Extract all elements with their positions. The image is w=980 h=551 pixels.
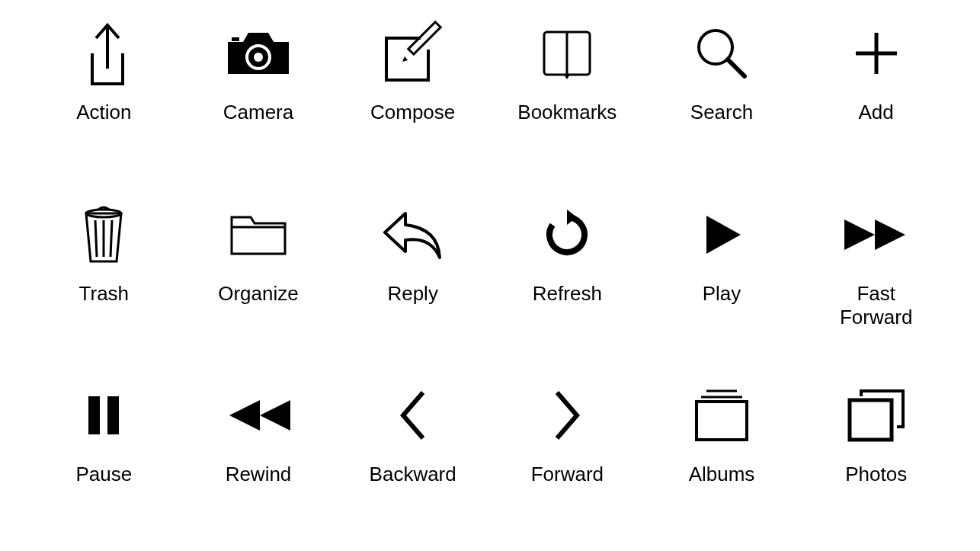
- search-label: Search: [690, 101, 753, 124]
- svg-rect-22: [88, 396, 100, 434]
- cell-organize: Organize: [185, 197, 332, 355]
- organize-icon: [185, 197, 332, 273]
- cell-forward: Forward: [494, 377, 641, 536]
- svg-marker-25: [260, 400, 290, 431]
- cell-play: Play: [649, 197, 796, 355]
- cell-fast-forward: Fast Forward: [802, 197, 950, 355]
- cell-trash: Trash: [30, 197, 178, 355]
- svg-marker-24: [229, 400, 260, 431]
- bookmarks-label: Bookmarks: [517, 101, 617, 124]
- pause-icon: [30, 377, 178, 453]
- rewind-icon: [185, 377, 332, 453]
- cell-add: Add: [802, 15, 950, 174]
- cell-photos: Photos: [802, 377, 950, 536]
- svg-marker-20: [844, 219, 875, 250]
- reply-label: Reply: [387, 282, 437, 306]
- svg-marker-5: [402, 56, 408, 62]
- add-label: Add: [859, 101, 894, 124]
- refresh-label: Refresh: [533, 282, 602, 306]
- photos-icon: [802, 377, 950, 453]
- svg-rect-28: [697, 402, 747, 440]
- rewind-label: Rewind: [226, 463, 292, 486]
- cell-albums: Albums: [649, 377, 796, 536]
- add-icon: [802, 15, 950, 91]
- svg-line-16: [110, 220, 112, 257]
- cell-reply: Reply: [339, 197, 486, 355]
- cell-action: Action: [30, 15, 178, 174]
- svg-line-14: [95, 220, 97, 257]
- cell-search: Search: [649, 15, 796, 174]
- fast-forward-label: Fast Forward: [840, 282, 912, 329]
- trash-icon: [30, 197, 178, 273]
- action-icon: [30, 15, 178, 91]
- svg-point-2: [254, 53, 263, 62]
- bookmarks-icon: [494, 15, 641, 91]
- trash-label: Trash: [79, 282, 130, 306]
- play-icon: [649, 197, 796, 273]
- albums-label: Albums: [689, 463, 755, 486]
- icon-grid: Action Camera Compose: [30, 15, 950, 536]
- backward-icon: [339, 377, 486, 453]
- camera-label: Camera: [223, 101, 293, 124]
- compose-icon: [339, 15, 486, 91]
- forward-icon: [494, 377, 641, 453]
- svg-rect-3: [232, 37, 239, 41]
- reply-icon: [339, 197, 486, 273]
- compose-label: Compose: [370, 101, 455, 124]
- svg-marker-21: [875, 219, 905, 250]
- organize-label: Organize: [218, 282, 299, 306]
- cell-pause: Pause: [30, 377, 178, 536]
- svg-rect-29: [850, 400, 892, 440]
- pause-label: Pause: [75, 463, 132, 486]
- play-label: Play: [703, 282, 741, 306]
- photos-label: Photos: [845, 463, 907, 486]
- cell-backward: Backward: [339, 377, 486, 536]
- svg-rect-23: [107, 396, 119, 434]
- cell-compose: Compose: [339, 15, 486, 174]
- cell-bookmarks: Bookmarks: [494, 15, 641, 174]
- forward-label: Forward: [531, 463, 604, 486]
- svg-line-10: [728, 59, 745, 76]
- svg-marker-19: [706, 216, 741, 254]
- backward-label: Backward: [370, 463, 456, 486]
- camera-icon: [185, 15, 332, 91]
- cell-rewind: Rewind: [185, 377, 332, 536]
- action-label: Action: [76, 101, 131, 124]
- cell-refresh: Refresh: [494, 197, 641, 355]
- fast-forward-icon: [802, 197, 950, 273]
- albums-icon: [649, 377, 796, 453]
- search-icon: [649, 15, 796, 91]
- cell-camera: Camera: [185, 15, 332, 174]
- refresh-icon: [494, 197, 641, 273]
- svg-marker-8: [564, 75, 570, 79]
